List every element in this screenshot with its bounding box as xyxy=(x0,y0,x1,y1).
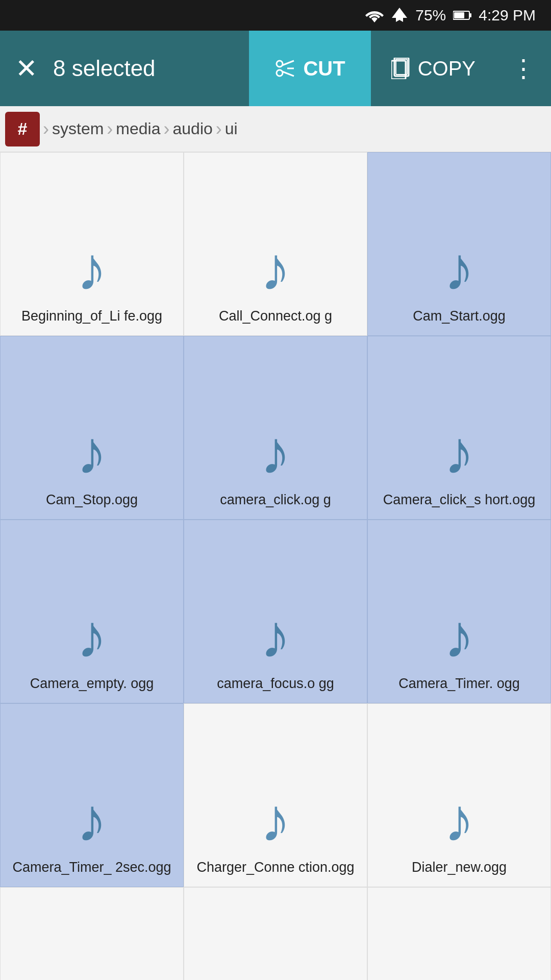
file-name: Camera_Timer. ogg xyxy=(393,675,525,693)
music-note-icon: ♪ xyxy=(260,422,291,483)
file-name: Charger_Conne ction.ogg xyxy=(191,859,359,876)
cut-label: CUT xyxy=(303,57,345,80)
music-note-icon: ♪ xyxy=(444,789,474,850)
file-item[interactable]: ♪Dialer_new.ogg xyxy=(367,703,551,887)
file-name: camera_focus.o gg xyxy=(212,675,339,693)
file-item[interactable]: ♪Dock.ogg xyxy=(0,887,184,980)
file-name: Beginning_of_Li fe.ogg xyxy=(16,307,167,325)
file-item[interactable]: ♪Camera_Timer_ 2sec.ogg xyxy=(0,703,184,887)
battery-text: 75% xyxy=(415,7,446,24)
file-item[interactable]: ♪Gentle_Glide.o gg xyxy=(367,887,551,980)
music-note-icon: ♪ xyxy=(260,238,291,299)
svg-point-3 xyxy=(277,61,283,67)
breadcrumb-sep-3: › xyxy=(164,118,170,140)
breadcrumb-ui[interactable]: ui xyxy=(225,119,238,138)
action-bar: ✕ 8 selected CUT COPY ⋮ xyxy=(0,31,551,106)
file-item[interactable]: ♪Camera_empty. ogg xyxy=(0,520,184,703)
file-name: Call_Connect.og g xyxy=(214,307,337,325)
file-grid: ♪Beginning_of_Li fe.ogg♪Call_Connect.og … xyxy=(0,152,551,980)
file-item[interactable]: ♪Call_Connect.og g xyxy=(184,152,367,336)
music-note-icon: ♪ xyxy=(77,789,107,850)
file-item[interactable]: ♪Cam_Start.ogg xyxy=(367,152,551,336)
file-item[interactable]: ♪Beginning_of_Li fe.ogg xyxy=(0,152,184,336)
music-note-icon: ♪ xyxy=(444,605,474,667)
breadcrumb-sep-2: › xyxy=(107,118,113,140)
status-icons: 75% 4:29 PM xyxy=(365,7,536,24)
copy-button[interactable]: COPY xyxy=(371,31,496,106)
breadcrumb-audio[interactable]: audio xyxy=(173,119,213,138)
airplane-icon xyxy=(391,7,408,24)
breadcrumb: # › system › media › audio › ui xyxy=(0,106,551,152)
svg-rect-1 xyxy=(470,13,471,17)
copy-label: COPY xyxy=(418,57,475,80)
music-note-icon: ♪ xyxy=(260,605,291,667)
music-note-icon: ♪ xyxy=(444,973,474,980)
file-item[interactable]: ♪Charger_Conne ction.ogg xyxy=(184,703,367,887)
music-note-icon: ♪ xyxy=(260,789,291,850)
file-name: Dialer_new.ogg xyxy=(407,859,512,876)
file-name: Camera_Timer_ 2sec.ogg xyxy=(7,859,176,876)
action-bar-right: CUT COPY ⋮ xyxy=(249,31,551,106)
wifi-icon xyxy=(365,8,384,22)
action-bar-left: ✕ 8 selected xyxy=(0,53,156,84)
battery-icon xyxy=(453,10,471,20)
close-button[interactable]: ✕ xyxy=(15,53,38,84)
file-item[interactable]: ♪camera_focus.o gg xyxy=(184,520,367,703)
breadcrumb-sep-4: › xyxy=(216,118,222,140)
file-item[interactable]: ♪camera_click.og g xyxy=(184,336,367,520)
file-item[interactable]: ♪Camera_Timer. ogg xyxy=(367,520,551,703)
music-note-icon: ♪ xyxy=(77,422,107,483)
music-note-icon: ♪ xyxy=(444,238,474,299)
selected-count: 8 selected xyxy=(53,56,156,81)
svg-point-4 xyxy=(277,70,283,76)
more-button[interactable]: ⋮ xyxy=(496,31,551,106)
file-item[interactable]: ♪Camera_click_s hort.ogg xyxy=(367,336,551,520)
file-name: Camera_empty. ogg xyxy=(25,675,159,693)
music-note-icon: ♪ xyxy=(77,605,107,667)
file-name: Camera_click_s hort.ogg xyxy=(378,491,541,509)
file-name: Cam_Start.ogg xyxy=(408,307,511,325)
music-note-icon: ♪ xyxy=(444,422,474,483)
breadcrumb-sep-1: › xyxy=(43,118,49,140)
svg-rect-2 xyxy=(454,12,464,18)
file-name: Cam_Stop.ogg xyxy=(41,491,143,509)
status-bar: 75% 4:29 PM xyxy=(0,0,551,31)
breadcrumb-system[interactable]: system xyxy=(52,119,104,138)
music-note-icon: ♪ xyxy=(77,973,107,980)
svg-line-5 xyxy=(282,61,294,65)
svg-line-6 xyxy=(282,71,294,76)
scissors-icon xyxy=(274,58,296,79)
file-item[interactable]: ♪Cam_Stop.ogg xyxy=(0,336,184,520)
breadcrumb-root[interactable]: # xyxy=(5,112,40,146)
time-text: 4:29 PM xyxy=(479,7,536,24)
music-note-icon: ♪ xyxy=(77,238,107,299)
file-name: camera_click.og g xyxy=(215,491,336,509)
file-item[interactable]: ♪Effect_Tick.ogg xyxy=(184,887,367,980)
music-note-icon: ♪ xyxy=(260,973,291,980)
copy-icon xyxy=(391,58,411,79)
breadcrumb-media[interactable]: media xyxy=(116,119,160,138)
cut-button[interactable]: CUT xyxy=(249,31,370,106)
